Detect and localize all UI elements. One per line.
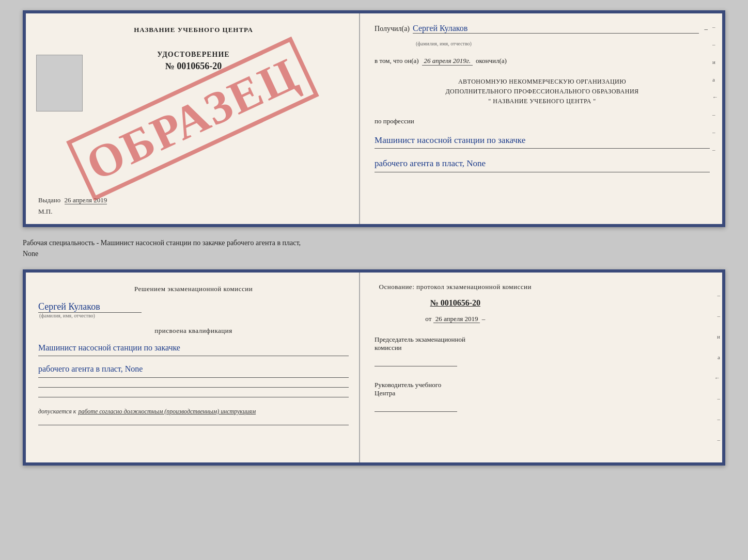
cert-number: № 0010656-20 bbox=[38, 61, 349, 72]
specialty-text: Рабочая специальность - Машинист насосно… bbox=[23, 239, 301, 247]
org-line1: АВТОНОМНУЮ НЕКОММЕРЧЕСКУЮ ОРГАНИЗАЦИЮ bbox=[375, 77, 710, 87]
allowed-prefix: допускается к bbox=[38, 408, 76, 415]
protocol-number: № 0010656-20 bbox=[375, 298, 536, 308]
profession-line1: Машинист насосной станции по закачке bbox=[375, 133, 710, 149]
cert-bottom-right-wrapper: Основание: протокол экзаменационной коми… bbox=[360, 273, 722, 462]
cert-info-block: УДОСТОВЕРЕНИЕ № 0010656-20 bbox=[38, 51, 349, 72]
chairman-label: Председатель экзаменационной комиссии bbox=[375, 335, 536, 352]
allowed-text: работе согласно должностным (производств… bbox=[78, 408, 256, 415]
head-label: Руководитель учебного Центра bbox=[375, 381, 536, 397]
recipient-hint: (фамилия, имя, отчество) bbox=[416, 41, 710, 46]
photo-placeholder bbox=[36, 55, 83, 111]
date-prefix: в том, что он(а) bbox=[375, 57, 419, 65]
person-hint: (фамилия, имя, отчество) bbox=[39, 313, 349, 318]
protocol-date-value: 26 апреля 2019 bbox=[433, 315, 480, 323]
chairman-block: Председатель экзаменационной комиссии bbox=[375, 335, 536, 366]
issued-date: 26 апреля 2019 bbox=[65, 196, 107, 204]
certificate-top: НАЗВАНИЕ УЧЕБНОГО ЦЕНТРА ОБРАЗЕЦ УДОСТОВ… bbox=[23, 10, 725, 227]
blank-line3 bbox=[38, 425, 349, 425]
allowed-block: допускается к работе согласно должностны… bbox=[38, 408, 349, 415]
protocol-date-prefix: от bbox=[425, 315, 431, 323]
date-value: 26 апреля 2019г. bbox=[422, 57, 473, 66]
right-side-marks: – – и а ← – – – bbox=[712, 24, 718, 153]
qual-line1: Машинист насосной станции по закачке bbox=[38, 340, 349, 356]
assigned-label: присвоена квалификация bbox=[38, 327, 349, 335]
specialty-label: Рабочая специальность - Машинист насосно… bbox=[23, 235, 725, 261]
mp-label: М.П. bbox=[38, 207, 349, 216]
issued-label: Выдано bbox=[38, 196, 60, 204]
cert-bottom-right: Основание: протокол экзаменационной коми… bbox=[360, 273, 548, 420]
basis-label: Основание: протокол экзаменационной коми… bbox=[375, 283, 536, 291]
qual-line2: рабочего агента в пласт, None bbox=[38, 361, 349, 377]
head-block: Руководитель учебного Центра bbox=[375, 381, 536, 412]
org-line2: ДОПОЛНИТЕЛЬНОГО ПРОФЕССИОНАЛЬНОГО ОБРАЗО… bbox=[375, 87, 710, 97]
protocol-date: от 26 апреля 2019 – bbox=[375, 315, 536, 323]
person-name-block: Сергей Кулаков (фамилия, имя, отчество) bbox=[38, 301, 349, 318]
recipient-row: Получил(а) Сергей Кулаков – bbox=[375, 24, 710, 34]
school-name-top: НАЗВАНИЕ УЧЕБНОГО ЦЕНТРА bbox=[38, 26, 349, 34]
chairman-sig-line bbox=[375, 356, 457, 366]
date-suffix: окончил(а) bbox=[476, 57, 507, 65]
profession-label: по профессии bbox=[375, 117, 710, 125]
cert-left-panel: НАЗВАНИЕ УЧЕБНОГО ЦЕНТРА ОБРАЗЕЦ УДОСТОВ… bbox=[26, 13, 360, 224]
recipient-prefix: Получил(а) bbox=[375, 25, 410, 33]
protocol-dash: – bbox=[482, 315, 486, 323]
person-name: Сергей Кулаков bbox=[38, 301, 142, 313]
cert-bottom-left: Решением экзаменационной комиссии Сергей… bbox=[26, 273, 360, 462]
recipient-name: Сергей Кулаков bbox=[413, 24, 699, 34]
right-side-marks-bottom: – – и а ← – – – bbox=[714, 273, 720, 462]
cert-title: УДОСТОВЕРЕНИЕ bbox=[38, 51, 349, 59]
blank-line1 bbox=[38, 387, 349, 388]
date-row: в том, что он(а) 26 апреля 2019г. окончи… bbox=[375, 57, 710, 66]
profession-line2: рабочего агента в пласт, None bbox=[375, 156, 710, 172]
org-line3: " НАЗВАНИЕ УЧЕБНОГО ЦЕНТРА " bbox=[375, 97, 710, 106]
cert-right-panel: Получил(а) Сергей Кулаков – (фамилия, им… bbox=[360, 13, 722, 224]
decision-text: Решением экзаменационной комиссии bbox=[38, 285, 349, 293]
blank-line2 bbox=[38, 397, 349, 397]
specialty-text2: None bbox=[23, 250, 38, 258]
org-block: АВТОНОМНУЮ НЕКОММЕРЧЕСКУЮ ОРГАНИЗАЦИЮ ДО… bbox=[375, 77, 710, 107]
head-sig-line bbox=[375, 402, 457, 412]
issued-line: Выдано 26 апреля 2019 bbox=[38, 190, 349, 204]
certificate-bottom: Решением экзаменационной комиссии Сергей… bbox=[23, 269, 725, 466]
